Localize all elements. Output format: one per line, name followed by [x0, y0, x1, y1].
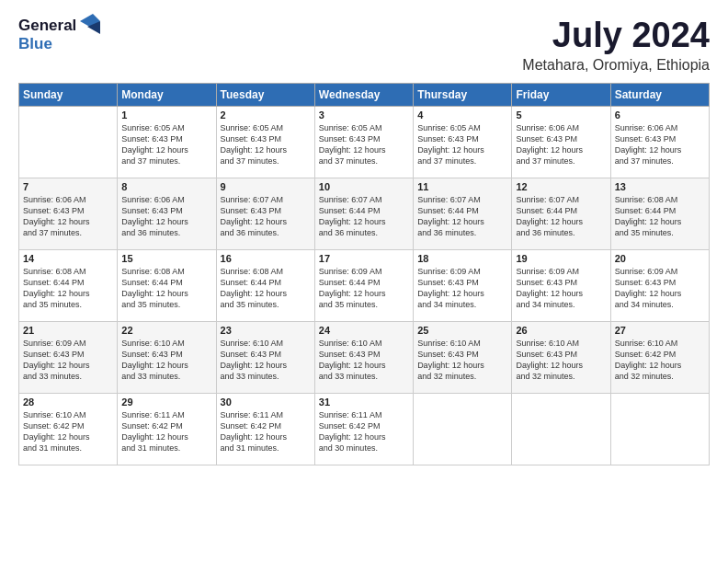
sunset-text: Sunset: 6:43 PM — [615, 133, 705, 144]
daylight-line1: Daylight: 12 hours — [516, 360, 606, 371]
sunset-text: Sunset: 6:43 PM — [221, 133, 311, 144]
daylight-line1: Daylight: 12 hours — [121, 144, 211, 155]
daylight-line1: Daylight: 12 hours — [221, 288, 311, 299]
day-number: 14 — [23, 253, 113, 264]
day-number: 30 — [221, 396, 311, 408]
day-info: Sunrise: 6:06 AMSunset: 6:43 PMDaylight:… — [121, 194, 211, 239]
col-saturday: Saturday — [610, 83, 709, 106]
day-info: Sunrise: 6:07 AMSunset: 6:44 PMDaylight:… — [319, 194, 409, 239]
sunset-text: Sunset: 6:42 PM — [221, 420, 311, 431]
daylight-line2: and 34 minutes. — [615, 299, 705, 310]
calendar-cell: 25Sunrise: 6:10 AMSunset: 6:43 PMDayligh… — [414, 321, 512, 393]
day-info: Sunrise: 6:08 AMSunset: 6:44 PMDaylight:… — [23, 266, 113, 311]
calendar-cell: 19Sunrise: 6:09 AMSunset: 6:43 PMDayligh… — [512, 249, 610, 321]
day-info: Sunrise: 6:08 AMSunset: 6:44 PMDaylight:… — [221, 266, 311, 311]
daylight-line1: Daylight: 12 hours — [221, 144, 311, 155]
col-monday: Monday — [118, 83, 216, 106]
daylight-line2: and 37 minutes. — [319, 155, 409, 167]
page-container: General Blue July 2024 Metahara, Oromiya… — [0, 0, 728, 475]
calendar-cell: 29Sunrise: 6:11 AMSunset: 6:42 PMDayligh… — [118, 393, 216, 465]
daylight-line1: Daylight: 12 hours — [615, 360, 705, 371]
daylight-line2: and 37 minutes. — [615, 155, 705, 167]
daylight-line2: and 37 minutes. — [417, 155, 507, 167]
calendar-cell: 13Sunrise: 6:08 AMSunset: 6:44 PMDayligh… — [610, 178, 709, 249]
sunset-text: Sunset: 6:42 PM — [121, 420, 211, 431]
page-header: General Blue July 2024 Metahara, Oromiya… — [18, 17, 710, 74]
col-sunday: Sunday — [19, 83, 118, 106]
calendar-week-row: 28Sunrise: 6:10 AMSunset: 6:42 PMDayligh… — [19, 393, 710, 465]
daylight-line2: and 36 minutes. — [121, 227, 211, 238]
daylight-line2: and 33 minutes. — [319, 371, 409, 382]
sunset-text: Sunset: 6:43 PM — [221, 205, 311, 216]
daylight-line2: and 36 minutes. — [221, 227, 311, 238]
day-number: 3 — [319, 109, 409, 121]
sunrise-text: Sunrise: 6:07 AM — [417, 194, 507, 205]
calendar-cell: 7Sunrise: 6:06 AMSunset: 6:43 PMDaylight… — [19, 178, 118, 249]
day-number: 24 — [319, 325, 409, 336]
day-info: Sunrise: 6:11 AMSunset: 6:42 PMDaylight:… — [221, 409, 311, 454]
sunset-text: Sunset: 6:43 PM — [121, 349, 211, 360]
daylight-line1: Daylight: 12 hours — [23, 360, 113, 371]
calendar-table: Sunday Monday Tuesday Wednesday Thursday… — [18, 83, 710, 465]
daylight-line1: Daylight: 12 hours — [121, 431, 211, 442]
day-info: Sunrise: 6:05 AMSunset: 6:43 PMDaylight:… — [417, 122, 507, 167]
day-info: Sunrise: 6:10 AMSunset: 6:43 PMDaylight:… — [516, 338, 606, 383]
daylight-line2: and 36 minutes. — [319, 227, 409, 238]
daylight-line1: Daylight: 12 hours — [417, 288, 507, 299]
sunrise-text: Sunrise: 6:05 AM — [319, 122, 409, 133]
day-info: Sunrise: 6:11 AMSunset: 6:42 PMDaylight:… — [121, 409, 211, 454]
calendar-cell: 5Sunrise: 6:06 AMSunset: 6:43 PMDaylight… — [512, 106, 610, 178]
daylight-line2: and 33 minutes. — [121, 371, 211, 382]
sunrise-text: Sunrise: 6:08 AM — [121, 266, 211, 277]
day-number: 1 — [121, 109, 211, 121]
daylight-line2: and 37 minutes. — [121, 155, 211, 167]
calendar-cell: 21Sunrise: 6:09 AMSunset: 6:43 PMDayligh… — [19, 321, 118, 393]
day-number: 23 — [221, 325, 311, 336]
day-number: 11 — [417, 181, 507, 192]
daylight-line2: and 33 minutes. — [221, 371, 311, 382]
daylight-line1: Daylight: 12 hours — [319, 360, 409, 371]
calendar-header-row: Sunday Monday Tuesday Wednesday Thursday… — [19, 83, 710, 106]
logo-icon — [80, 14, 100, 34]
day-number: 13 — [615, 181, 705, 192]
daylight-line2: and 37 minutes. — [516, 155, 606, 167]
day-info: Sunrise: 6:10 AMSunset: 6:43 PMDaylight:… — [417, 338, 507, 383]
sunset-text: Sunset: 6:43 PM — [319, 349, 409, 360]
sunrise-text: Sunrise: 6:05 AM — [221, 122, 311, 133]
day-number: 7 — [23, 181, 113, 192]
daylight-line1: Daylight: 12 hours — [121, 360, 211, 371]
daylight-line2: and 31 minutes. — [121, 442, 211, 454]
calendar-week-row: 7Sunrise: 6:06 AMSunset: 6:43 PMDaylight… — [19, 178, 710, 249]
sunrise-text: Sunrise: 6:09 AM — [319, 266, 409, 277]
day-number: 4 — [417, 109, 507, 121]
calendar-cell: 17Sunrise: 6:09 AMSunset: 6:44 PMDayligh… — [314, 249, 413, 321]
day-number: 6 — [615, 109, 705, 121]
calendar-cell: 27Sunrise: 6:10 AMSunset: 6:42 PMDayligh… — [610, 321, 709, 393]
calendar-cell: 11Sunrise: 6:07 AMSunset: 6:44 PMDayligh… — [414, 178, 512, 249]
sunset-text: Sunset: 6:43 PM — [121, 133, 211, 144]
day-info: Sunrise: 6:06 AMSunset: 6:43 PMDaylight:… — [615, 122, 705, 167]
day-info: Sunrise: 6:10 AMSunset: 6:42 PMDaylight:… — [615, 338, 705, 383]
day-info: Sunrise: 6:07 AMSunset: 6:44 PMDaylight:… — [516, 194, 606, 239]
calendar-cell — [19, 106, 118, 178]
day-info: Sunrise: 6:10 AMSunset: 6:43 PMDaylight:… — [319, 338, 409, 383]
sunset-text: Sunset: 6:42 PM — [615, 349, 705, 360]
day-info: Sunrise: 6:08 AMSunset: 6:44 PMDaylight:… — [121, 266, 211, 311]
day-info: Sunrise: 6:05 AMSunset: 6:43 PMDaylight:… — [121, 122, 211, 167]
day-number: 19 — [516, 253, 606, 264]
day-number: 2 — [221, 109, 311, 121]
daylight-line1: Daylight: 12 hours — [516, 288, 606, 299]
sunrise-text: Sunrise: 6:09 AM — [615, 266, 705, 277]
sunset-text: Sunset: 6:44 PM — [23, 277, 113, 288]
logo: General Blue — [18, 17, 100, 53]
day-info: Sunrise: 6:09 AMSunset: 6:43 PMDaylight:… — [23, 338, 113, 383]
day-info: Sunrise: 6:05 AMSunset: 6:43 PMDaylight:… — [221, 122, 311, 167]
daylight-line2: and 31 minutes. — [23, 442, 113, 454]
day-number: 16 — [221, 253, 311, 264]
location-subtitle: Metahara, Oromiya, Ethiopia — [522, 57, 710, 74]
daylight-line2: and 37 minutes. — [221, 155, 311, 167]
sunset-text: Sunset: 6:43 PM — [121, 205, 211, 216]
title-block: July 2024 Metahara, Oromiya, Ethiopia — [522, 17, 710, 74]
daylight-line1: Daylight: 12 hours — [615, 144, 705, 155]
logo-general-text: General — [18, 17, 76, 35]
